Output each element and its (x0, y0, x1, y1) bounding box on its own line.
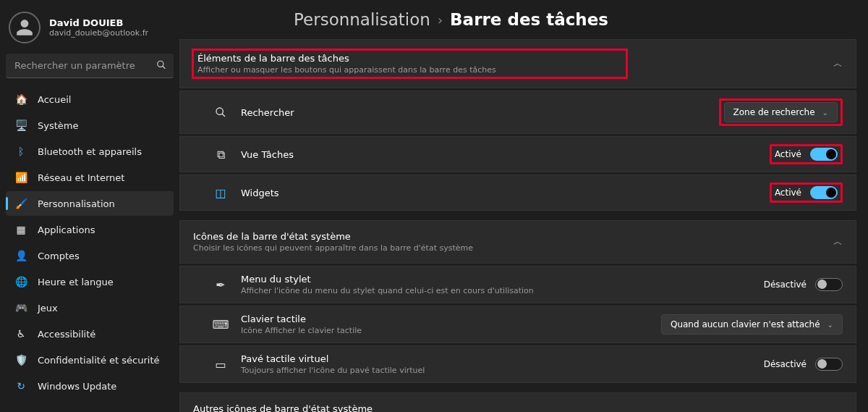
sidebar-item-label: Applications (38, 224, 95, 235)
svg-line-3 (222, 114, 225, 117)
chevron-right-icon: › (438, 12, 443, 28)
virtual-touchpad-row: ▭ Pavé tactile virtuel Toujours afficher… (179, 345, 856, 383)
sidebar-item-privacy[interactable]: 🛡️Confidentialité et sécurité (6, 348, 174, 372)
row-label: Vue Tâches (241, 149, 294, 160)
accessibility-icon: ♿ (14, 327, 27, 340)
sidebar-item-system[interactable]: 🖥️Système (6, 113, 174, 138)
widgets-icon: ◫ (213, 186, 228, 199)
svg-point-2 (216, 108, 223, 114)
dropdown-value: Zone de recherche (733, 107, 815, 117)
panel-title: Icônes de la barre d'état système (193, 231, 473, 242)
nav: 🏠Accueil 🖥️Système ᛒBluetooth et apparei… (6, 87, 174, 398)
sidebar-item-label: Réseau et Internet (38, 172, 124, 183)
toggle-state: Désactivé (764, 359, 807, 369)
gaming-icon: 🎮 (14, 301, 27, 314)
page-title: Barre des tâches (450, 10, 608, 29)
avatar (9, 12, 41, 43)
user-email: david_douieb@outlook.fr (49, 28, 148, 38)
bluetooth-icon: ᛒ (14, 145, 27, 158)
touch-keyboard-dropdown[interactable]: Quand aucun clavier n'est attaché ⌄ (661, 314, 843, 335)
search-mode-dropdown[interactable]: Zone de recherche ⌄ (724, 102, 838, 122)
sidebar-item-update[interactable]: ↻Windows Update (6, 374, 174, 398)
taskbar-items-header[interactable]: Éléments de la barre des tâches Afficher… (180, 40, 856, 88)
taskview-row: ⧉ Vue Tâches Activé (179, 136, 856, 172)
sidebar-item-accessibility[interactable]: ♿Accessibilité (6, 321, 174, 346)
row-desc: Afficher l'icône du menu du stylet quand… (241, 286, 534, 295)
sidebar-item-gaming[interactable]: 🎮Jeux (6, 295, 174, 320)
sidebar-item-label: Comptes (38, 251, 80, 261)
user-account-block[interactable]: David DOUIEB david_douieb@outlook.fr (6, 6, 174, 54)
panel-title: Éléments de la barre des tâches (197, 53, 496, 64)
search-icon (213, 106, 228, 119)
sidebar-item-bluetooth[interactable]: ᛒBluetooth et appareils (6, 139, 174, 164)
sidebar-item-accounts[interactable]: 👤Comptes (6, 243, 174, 268)
tray-icons-panel: Icônes de la barre d'état système Choisi… (179, 220, 856, 264)
row-label: Menu du stylet (241, 274, 534, 285)
other-tray-icons-panel[interactable]: Autres icônes de barre d'état système Af… (179, 392, 856, 412)
keyboard-icon: ⌨ (213, 318, 228, 331)
pen-toggle[interactable] (815, 278, 843, 291)
row-label: Pavé tactile virtuel (241, 353, 425, 364)
update-icon: ↻ (14, 379, 27, 392)
sidebar-item-label: Heure et langue (38, 277, 114, 287)
row-desc: Toujours afficher l'icône du pavé tactil… (241, 366, 425, 375)
dropdown-value: Quand aucun clavier n'est attaché (671, 319, 820, 329)
sidebar-item-label: Windows Update (38, 381, 116, 392)
row-desc: Icône Afficher le clavier tactile (241, 326, 362, 335)
row-label: Clavier tactile (241, 314, 362, 324)
sidebar-item-home[interactable]: 🏠Accueil (6, 87, 174, 112)
sidebar-item-label: Système (38, 120, 78, 131)
home-icon: 🏠 (14, 93, 27, 106)
sidebar-item-label: Bluetooth et appareils (38, 146, 142, 157)
widgets-toggle[interactable] (810, 186, 838, 199)
sidebar-item-time[interactable]: 🌐Heure et langue (6, 269, 174, 294)
svg-point-0 (158, 61, 163, 67)
chevron-down-icon: ⌄ (822, 109, 828, 117)
toggle-state: Désactivé (764, 279, 807, 290)
taskview-icon: ⧉ (213, 148, 228, 161)
person-icon: 👤 (14, 249, 27, 262)
sidebar-item-label: Personnalisation (38, 198, 115, 209)
search-wrap (6, 54, 174, 78)
sidebar-item-personalization[interactable]: 🖌️Personnalisation (6, 191, 174, 216)
chevron-down-icon: ⌄ (835, 409, 843, 413)
search-icon (156, 59, 166, 73)
main-content: Personnalisation › Barre des tâches Élém… (179, 0, 868, 412)
taskbar-search-row: Rechercher Zone de recherche ⌄ (179, 91, 856, 134)
row-label: Rechercher (241, 107, 294, 118)
sidebar: David DOUIEB david_douieb@outlook.fr 🏠Ac… (0, 0, 179, 412)
tray-icons-header[interactable]: Icônes de la barre d'état système Choisi… (180, 221, 856, 263)
sidebar-item-network[interactable]: 📶Réseau et Internet (6, 165, 174, 190)
taskbar-items-panel: Éléments de la barre des tâches Afficher… (179, 39, 856, 88)
shield-icon: 🛡️ (14, 353, 27, 366)
user-name: David DOUIEB (49, 17, 148, 28)
row-label: Widgets (241, 188, 279, 198)
globe-icon: 🌐 (14, 275, 27, 288)
pen-menu-row: ✒ Menu du stylet Afficher l'icône du men… (179, 266, 856, 303)
sidebar-item-label: Accessibilité (38, 329, 95, 340)
breadcrumb-parent[interactable]: Personnalisation (294, 10, 430, 29)
search-input[interactable] (6, 54, 174, 78)
touchpad-icon: ▭ (213, 358, 228, 371)
panel-desc: Afficher ou masquer les boutons qui appa… (197, 65, 496, 75)
chevron-down-icon: ⌄ (827, 321, 833, 329)
toggle-state: Activé (775, 149, 801, 159)
touch-keyboard-row: ⌨ Clavier tactile Icône Afficher le clav… (179, 306, 856, 343)
chevron-up-icon: ︿ (833, 57, 843, 70)
sidebar-item-label: Confidentialité et sécurité (38, 355, 160, 366)
pen-icon: ✒ (213, 278, 228, 291)
wifi-icon: 📶 (14, 171, 27, 184)
panel-title: Autres icônes de barre d'état système (193, 403, 485, 412)
sidebar-item-label: Accueil (38, 94, 71, 105)
svg-line-1 (163, 66, 166, 69)
brush-icon: 🖌️ (14, 197, 27, 210)
system-icon: 🖥️ (14, 119, 27, 132)
breadcrumb: Personnalisation › Barre des tâches (294, 4, 856, 39)
panel-desc: Choisir les icônes qui peuvent apparaîtr… (193, 243, 473, 253)
sidebar-item-apps[interactable]: ▦Applications (6, 217, 174, 242)
toggle-state: Activé (775, 188, 801, 198)
chevron-up-icon: ︿ (833, 235, 843, 248)
widgets-row: ◫ Widgets Activé (179, 175, 856, 211)
touchpad-toggle[interactable] (815, 358, 843, 371)
taskview-toggle[interactable] (810, 148, 838, 161)
